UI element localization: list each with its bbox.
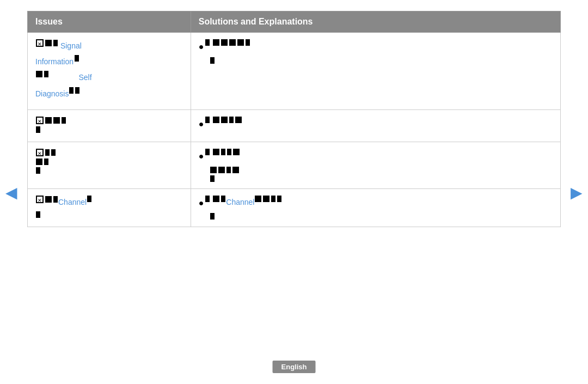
nav-left-button[interactable]: ◀ bbox=[5, 183, 17, 201]
issues-solutions-table: Issues Solutions and Explanations bbox=[27, 11, 561, 227]
sg4 bbox=[237, 39, 244, 46]
i2g1 bbox=[45, 117, 52, 124]
sol4-sub1 bbox=[199, 213, 553, 220]
i4g3 bbox=[87, 196, 91, 202]
s3g3 bbox=[227, 149, 231, 155]
issue-line-2: Information bbox=[35, 55, 183, 69]
issues-cell-2 bbox=[28, 109, 191, 142]
table-row: ● bbox=[28, 142, 561, 188]
footer-language-badge: English bbox=[273, 361, 316, 373]
sub-g1 bbox=[210, 57, 215, 64]
s3sg3 bbox=[226, 167, 231, 173]
s3sub2 bbox=[210, 175, 215, 182]
issue-line-3: Self bbox=[35, 71, 183, 84]
cb2 bbox=[36, 117, 44, 124]
i2g4 bbox=[36, 126, 40, 133]
main-table-wrapper: Issues Solutions and Explanations bbox=[27, 11, 561, 227]
nav-right-button[interactable]: ▶ bbox=[571, 183, 583, 201]
col-header-issues: Issues bbox=[28, 11, 191, 33]
garbled-block-1 bbox=[45, 40, 52, 46]
issue2-line2 bbox=[35, 126, 183, 133]
s4g6 bbox=[277, 196, 281, 202]
i4-g bbox=[35, 196, 58, 203]
i3-g bbox=[35, 149, 56, 156]
issues-cell-1: Signal Information bbox=[28, 33, 191, 110]
s2g1 bbox=[213, 117, 219, 123]
right-arrow-icon: ▶ bbox=[571, 184, 583, 200]
s4-g2 bbox=[254, 196, 282, 202]
sg3 bbox=[229, 39, 236, 46]
sg1 bbox=[213, 39, 219, 46]
s4-g1 bbox=[212, 196, 226, 202]
i2-garbled bbox=[35, 117, 66, 124]
sol3-sub2 bbox=[199, 175, 553, 182]
s2g4 bbox=[235, 117, 242, 123]
cb4 bbox=[36, 196, 44, 203]
garbled-group-2 bbox=[35, 71, 49, 77]
solutions-cell-1: ● bbox=[191, 33, 560, 110]
garbled-x-1 bbox=[75, 55, 79, 62]
g2 bbox=[44, 71, 48, 77]
g1 bbox=[36, 71, 42, 77]
s-garbled-group bbox=[212, 39, 250, 46]
i3g1 bbox=[45, 149, 50, 156]
s4g0 bbox=[205, 196, 210, 202]
s4g2 bbox=[221, 196, 225, 202]
sol-sub-1 bbox=[199, 57, 553, 64]
s4g4 bbox=[263, 196, 270, 202]
i3g-2 bbox=[35, 159, 49, 165]
issue-line-4: Diagnosis bbox=[35, 87, 183, 101]
checkbox-icon bbox=[36, 39, 44, 47]
s3g1 bbox=[213, 149, 219, 155]
language-label: English bbox=[281, 363, 307, 371]
table-row: Signal Information bbox=[28, 33, 561, 110]
s3sg2 bbox=[218, 167, 225, 173]
s3g2 bbox=[221, 149, 225, 155]
issue-channel-text: Channel bbox=[58, 196, 87, 209]
g3 bbox=[69, 87, 74, 94]
sol3-sub1 bbox=[199, 167, 553, 173]
issue-self-text: Self bbox=[78, 71, 91, 84]
issue3-line1 bbox=[35, 149, 183, 156]
s4g3 bbox=[255, 196, 261, 202]
s4sub1 bbox=[210, 213, 215, 220]
garbled-block-2 bbox=[53, 40, 58, 46]
left-arrow-icon: ◀ bbox=[5, 184, 17, 200]
cb3 bbox=[36, 149, 44, 156]
s3sub-g bbox=[210, 167, 240, 173]
garbled-group-3 bbox=[69, 87, 80, 94]
i3g4 bbox=[44, 159, 48, 165]
sol3-line1: ● bbox=[199, 149, 553, 164]
s4g5 bbox=[271, 196, 275, 202]
col-header-solutions: Solutions and Explanations bbox=[191, 11, 560, 33]
i2g2 bbox=[53, 117, 60, 124]
bullet-3: ● bbox=[199, 149, 204, 164]
s4g1 bbox=[213, 196, 219, 202]
s2-garbled-group bbox=[212, 117, 242, 123]
issue3-line2 bbox=[35, 159, 183, 165]
issue-line-1: Signal bbox=[35, 39, 183, 53]
garbled-icon-group bbox=[35, 39, 58, 47]
solutions-cell-3: ● bbox=[191, 142, 560, 188]
issue4-line2 bbox=[35, 211, 183, 218]
i4g4 bbox=[36, 211, 40, 218]
s3-garbled-group bbox=[212, 149, 240, 155]
table-row: Channel ● bbox=[28, 188, 561, 227]
sol4-line1: ● Channel bbox=[199, 196, 553, 211]
issues-cell-4: Channel bbox=[28, 188, 191, 227]
table-row: ● bbox=[28, 109, 561, 142]
issues-cell-3 bbox=[28, 142, 191, 188]
sg5 bbox=[246, 39, 250, 46]
bullet-2: ● bbox=[199, 117, 204, 132]
issue2-line1 bbox=[35, 117, 183, 124]
bullet-4: ● bbox=[199, 196, 204, 211]
s3sg4 bbox=[232, 167, 239, 173]
i3g5 bbox=[36, 167, 40, 174]
issue-information-text: Information bbox=[35, 55, 74, 69]
i3g3 bbox=[36, 159, 42, 165]
issue4-line1: Channel bbox=[35, 196, 183, 209]
issue-diagnosis-text: Diagnosis bbox=[35, 87, 69, 101]
s2g2 bbox=[221, 117, 228, 123]
sol-line-1: ● bbox=[199, 39, 553, 55]
sol2-line1: ● bbox=[199, 117, 553, 132]
